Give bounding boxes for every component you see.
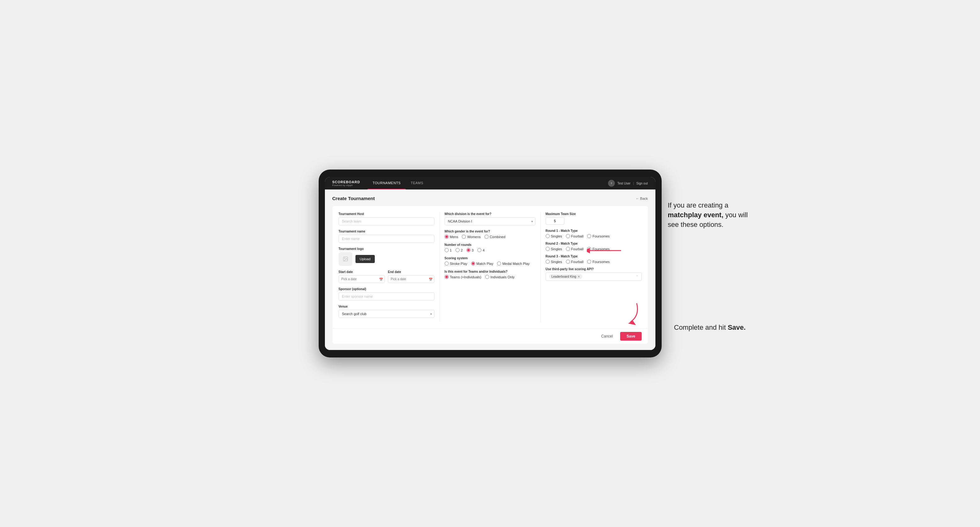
logo-placeholder [339, 252, 352, 266]
back-link[interactable]: ← Back [636, 197, 648, 200]
user-name: Test User [617, 182, 630, 185]
svg-point-1 [344, 258, 345, 258]
gender-group: Which gender is the event for? Mens Wome… [445, 230, 535, 239]
start-date-input[interactable] [339, 275, 385, 283]
division-select[interactable]: NCAA Division I NCAA Division II NCAA Di… [445, 217, 535, 225]
nav-bar: SCOREBOARD Powered by clippit TOURNAMENT… [325, 177, 655, 189]
teams-radio-group: Teams (+Individuals) Individuals Only [445, 275, 535, 279]
form-col-mid: Which division is the event for? NCAA Di… [440, 212, 541, 322]
tournament-logo-group: Tournament logo Upload [339, 247, 434, 266]
max-team-size-input[interactable]: 5 [546, 217, 564, 225]
gender-label: Which gender is the event for? [445, 230, 535, 233]
round2-singles[interactable]: Singles [546, 247, 562, 251]
arrow-matchplay [587, 244, 624, 258]
annotation-save: Complete and hit Save. [674, 323, 749, 333]
round3-foursomes[interactable]: Foursomes [587, 260, 609, 264]
scoring-medal[interactable]: Medal Match Play [497, 262, 530, 265]
gender-womens[interactable]: Womens [462, 235, 480, 239]
form-grid: Tournament Host Tournament name Tourname… [332, 206, 648, 329]
scoring-stroke[interactable]: Stroke Play [445, 262, 468, 265]
round1-foursomes[interactable]: Foursomes [587, 234, 609, 238]
sign-out-link[interactable]: Sign out [636, 182, 648, 185]
scoring-radio-group: Stroke Play Match Play Medal Match Play [445, 262, 535, 265]
logo-title: SCOREBOARD [332, 180, 360, 184]
round1-radio-group: Singles Fourball Foursomes [546, 234, 642, 238]
rounds-radio-group: 1 2 3 [445, 248, 535, 252]
logo-upload-area: Upload [339, 252, 434, 266]
form-footer: Cancel Save [332, 329, 648, 344]
max-team-size-group: Maximum Team Size 5 [546, 212, 642, 225]
teams-label: Is this event for Teams and/or Individua… [445, 270, 535, 273]
tablet-screen: SCOREBOARD Powered by clippit TOURNAMENT… [325, 177, 655, 350]
api-label: Use third-party live scoring API? [546, 267, 642, 271]
division-select-wrapper: NCAA Division I NCAA Division II NCAA Di… [445, 217, 535, 225]
page-title: Create Tournament [332, 196, 375, 201]
rounds-label: Number of rounds [445, 243, 535, 246]
round1-fourball[interactable]: Fourball [566, 234, 584, 238]
page-content: Create Tournament ← Back Tournament Host [325, 189, 655, 350]
nav-right: T Test User | Sign out [608, 180, 648, 187]
gender-mens[interactable]: Mens [445, 235, 458, 239]
dates-row: Start date End date [339, 270, 434, 283]
max-team-size-label: Maximum Team Size [546, 212, 642, 216]
sponsor-input[interactable] [339, 292, 434, 300]
logo-label: Tournament logo [339, 247, 434, 251]
tournament-name-group: Tournament name [339, 230, 434, 243]
name-label: Tournament name [339, 230, 434, 233]
scoring-match[interactable]: Match Play [471, 262, 493, 265]
gender-combined[interactable]: Combined [485, 235, 506, 239]
end-date-input[interactable] [388, 275, 434, 283]
api-tag-close[interactable]: ✕ [578, 275, 580, 278]
start-date-group: Start date [339, 270, 385, 283]
end-date-wrapper [388, 275, 434, 283]
tablet-frame: SCOREBOARD Powered by clippit TOURNAMENT… [319, 170, 662, 357]
division-label: Which division is the event for? [445, 212, 535, 216]
nav-tab-tournaments[interactable]: TOURNAMENTS [368, 177, 406, 189]
sponsor-group: Sponsor (optional) [339, 287, 434, 300]
rounds-3[interactable]: 3 [466, 248, 474, 252]
start-date-label: Start date [339, 270, 385, 274]
rounds-1[interactable]: 1 [445, 248, 452, 252]
start-date-wrapper [339, 275, 385, 283]
round1-match-type-section: Round 1 - Match Type Singles Fourball [546, 229, 642, 238]
form-col-left: Tournament Host Tournament name Tourname… [339, 212, 440, 322]
round1-singles[interactable]: Singles [546, 234, 562, 238]
rounds-group: Number of rounds 1 2 [445, 243, 535, 252]
round2-fourball[interactable]: Fourball [566, 247, 584, 251]
tournament-host-group: Tournament Host [339, 212, 434, 225]
nav-tabs: TOURNAMENTS TEAMS [368, 177, 608, 189]
end-date-group: End date [388, 270, 434, 283]
host-input[interactable] [339, 217, 434, 225]
scoring-label: Scoring system [445, 257, 535, 260]
venue-select-wrapper: Search golf club [339, 310, 434, 318]
api-select-wrapper[interactable]: Leaderboard King ✕ ⌃ [546, 272, 642, 281]
nav-tab-teams[interactable]: TEAMS [406, 177, 428, 189]
dates-group: Start date End date [339, 270, 434, 283]
round3-fourball[interactable]: Fourball [566, 260, 584, 264]
round1-label: Round 1 - Match Type [546, 229, 642, 232]
save-button[interactable]: Save [620, 332, 641, 341]
host-label: Tournament Host [339, 212, 434, 216]
end-date-label: End date [388, 270, 434, 274]
division-group: Which division is the event for? NCAA Di… [445, 212, 535, 225]
upload-button[interactable]: Upload [355, 255, 375, 263]
teams-group: Is this event for Teams and/or Individua… [445, 270, 535, 279]
rounds-4[interactable]: 4 [477, 248, 485, 252]
venue-select[interactable]: Search golf club [339, 310, 434, 318]
nav-logo: SCOREBOARD Powered by clippit [332, 180, 360, 186]
arrow-save [624, 300, 643, 326]
rounds-2[interactable]: 2 [455, 248, 463, 252]
api-group: Use third-party live scoring API? Leader… [546, 267, 642, 281]
name-input[interactable] [339, 235, 434, 243]
teams-option[interactable]: Teams (+Individuals) [445, 275, 481, 279]
avatar: T [608, 180, 615, 187]
logo-sub: Powered by clippit [332, 184, 360, 186]
round3-radio-group: Singles Fourball Foursomes [546, 260, 642, 264]
api-tag: Leaderboard King ✕ [549, 274, 583, 279]
page-header: Create Tournament ← Back [332, 196, 648, 201]
cancel-button[interactable]: Cancel [597, 332, 617, 341]
individuals-option[interactable]: Individuals Only [485, 275, 515, 279]
sponsor-label: Sponsor (optional) [339, 287, 434, 291]
scoring-group: Scoring system Stroke Play Match Play [445, 257, 535, 265]
round3-singles[interactable]: Singles [546, 260, 562, 264]
